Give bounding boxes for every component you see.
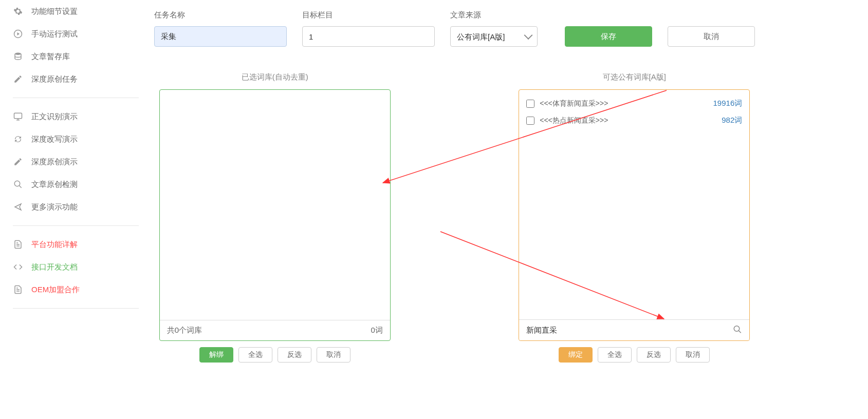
sidebar-item-label: 平台功能详解 [31, 240, 78, 250]
sidebar-item[interactable]: 平台功能详解 [13, 233, 139, 256]
form-row: 任务名称 目标栏目 文章来源 公有词库[A版] 保存 取消 [154, 10, 755, 47]
cancel-button[interactable]: 取消 [668, 26, 755, 47]
search-icon[interactable] [733, 325, 742, 336]
library-count: 19916词 [713, 99, 743, 108]
sidebar-divider [13, 225, 139, 226]
database-icon [13, 51, 23, 62]
library-name: <<<体育新闻直采>>> [540, 99, 713, 108]
doc-icon [13, 239, 23, 250]
sidebar-item[interactable]: 更多演示功能 [13, 196, 139, 218]
sidebar-divider [13, 308, 139, 309]
edit-icon [13, 157, 23, 167]
select-all-button[interactable]: 全选 [238, 347, 272, 363]
sidebar-item-label: 文章暂存库 [31, 52, 70, 62]
target-input[interactable] [302, 26, 435, 47]
source-select[interactable]: 公有词库[A版] [450, 26, 538, 47]
selected-word-count: 0词 [371, 326, 382, 335]
target-label: 目标栏目 [302, 10, 435, 20]
library-count: 982词 [722, 116, 742, 125]
library-name: <<<热点新闻直采>>> [540, 116, 722, 125]
sidebar-item-label: 文章原创检测 [31, 180, 78, 189]
edit-icon [13, 74, 23, 84]
cancel-selection-button[interactable]: 取消 [317, 347, 350, 363]
task-name-input[interactable] [154, 26, 287, 47]
play-icon [13, 29, 23, 39]
gear-icon [13, 6, 23, 16]
sidebar-item[interactable]: 手动运行测试 [13, 23, 139, 45]
panels-container: 已选词库(自动去重) 共0个词库 0词 解绑 全选 反选 取消 可选公有词库[A… [154, 72, 755, 363]
sidebar-item-label: 深度原创任务 [31, 74, 78, 84]
bind-button[interactable]: 绑定 [559, 347, 593, 363]
sidebar-item[interactable]: OEM加盟合作 [13, 278, 139, 301]
library-row: <<<体育新闻直采>>>19916词 [524, 95, 744, 112]
sidebar-item[interactable]: 接口开发文档 [13, 256, 139, 278]
invert-button[interactable]: 反选 [637, 347, 671, 363]
search-input[interactable] [519, 320, 749, 340]
sidebar-item-label: 接口开发文档 [31, 262, 78, 272]
sidebar-item-label: 深度改写演示 [31, 135, 78, 144]
library-checkbox[interactable] [526, 117, 534, 125]
task-name-label: 任务名称 [154, 10, 287, 20]
sidebar-item[interactable]: 深度原创任务 [13, 68, 139, 90]
search-icon [13, 179, 23, 189]
sidebar-item[interactable]: 功能细节设置 [13, 0, 139, 23]
sidebar-divider [13, 98, 139, 98]
sidebar-item[interactable]: 正文识别演示 [13, 105, 139, 128]
sidebar-item[interactable]: 文章暂存库 [13, 45, 139, 68]
selected-panel-footer: 共0个词库 0词 [160, 320, 390, 340]
available-panel-body: <<<体育新闻直采>>>19916词<<<热点新闻直采>>>982词 [519, 90, 749, 319]
library-checkbox[interactable] [526, 100, 534, 108]
monitor-icon [13, 111, 23, 122]
selected-panel-body [160, 90, 390, 320]
sidebar: 功能细节设置手动运行测试文章暂存库深度原创任务 正文识别演示深度改写演示深度原创… [13, 0, 139, 316]
code-icon [13, 262, 23, 272]
sidebar-item[interactable]: 文章原创检测 [13, 173, 139, 196]
selected-panel-title: 已选词库(自动去重) [242, 72, 308, 82]
source-label: 文章来源 [450, 10, 538, 20]
library-row: <<<热点新闻直采>>>982词 [524, 112, 744, 129]
sidebar-item-label: OEM加盟合作 [31, 285, 80, 295]
sidebar-item-label: 手动运行测试 [31, 29, 78, 39]
cancel-selection-button[interactable]: 取消 [676, 347, 710, 363]
sidebar-item-label: 深度原创演示 [31, 157, 78, 167]
sidebar-item-label: 正文识别演示 [31, 112, 78, 122]
available-panel-title: 可选公有词库[A版] [603, 72, 666, 82]
main-content: 任务名称 目标栏目 文章来源 公有词库[A版] 保存 取消 已选词库(自动去重) [154, 10, 755, 363]
share-icon [13, 202, 23, 212]
invert-button[interactable]: 反选 [278, 347, 311, 363]
save-button[interactable]: 保存 [565, 26, 652, 47]
refresh-icon [13, 134, 23, 144]
sidebar-item-label: 功能细节设置 [31, 7, 78, 16]
selected-panel: 共0个词库 0词 [159, 89, 391, 341]
select-all-button[interactable]: 全选 [598, 347, 632, 363]
doc-icon [13, 284, 23, 295]
sidebar-item-label: 更多演示功能 [31, 202, 78, 212]
selected-count-label: 共0个词库 [167, 326, 202, 335]
available-search-footer [519, 319, 749, 340]
sidebar-item[interactable]: 深度原创演示 [13, 150, 139, 173]
available-panel: <<<体育新闻直采>>>19916词<<<热点新闻直采>>>982词 [519, 89, 750, 341]
unbind-button[interactable]: 解绑 [199, 347, 233, 363]
sidebar-item[interactable]: 深度改写演示 [13, 128, 139, 150]
